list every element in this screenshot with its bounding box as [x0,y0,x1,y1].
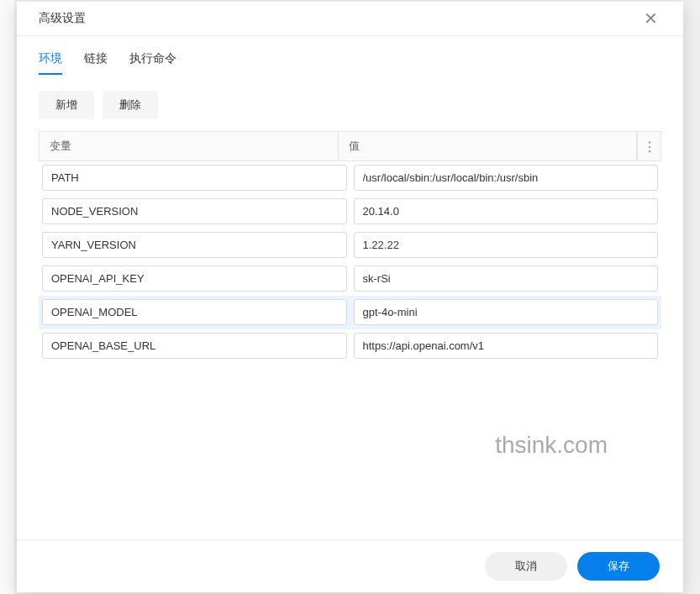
env-vars-grid: 变量 值 ⋯ [17,131,683,363]
tab-links[interactable]: 链接 [84,51,108,75]
add-button[interactable]: 新增 [39,91,94,119]
table-row[interactable] [39,329,661,363]
value-input[interactable] [354,299,659,325]
variable-input[interactable] [42,333,347,359]
value-input[interactable] [354,333,659,359]
column-value[interactable]: 值 [339,132,638,160]
grid-body [39,161,661,363]
column-variable[interactable]: 变量 [39,132,339,160]
delete-button[interactable]: 删除 [103,91,158,119]
table-row[interactable] [39,296,661,329]
variable-input[interactable] [42,299,347,325]
dialog-title: 高级设置 [39,11,86,26]
variable-input[interactable] [42,198,347,224]
dialog-header: 高级设置 ✕ [17,2,683,36]
dialog-body: 环境 链接 执行命令 新增 删除 变量 值 ⋯ [17,36,683,543]
tab-environment[interactable]: 环境 [39,51,62,75]
value-input[interactable] [354,232,659,258]
variable-input[interactable] [42,265,347,292]
variable-input[interactable] [42,232,347,258]
cancel-button[interactable]: 取消 [485,552,567,581]
watermark: thsink.com [495,432,608,459]
table-row[interactable] [39,161,661,195]
table-row[interactable] [39,195,661,229]
save-button[interactable]: 保存 [577,552,660,581]
backdrop-sidebar [0,0,15,594]
table-row[interactable] [39,262,661,296]
grid-header: 变量 值 ⋯ [39,131,661,161]
value-input[interactable] [354,198,659,224]
column-menu-icon[interactable]: ⋯ [637,132,661,160]
dialog-footer: 取消 保存 [17,539,683,592]
tabs: 环境 链接 执行命令 [17,36,683,76]
variable-input[interactable] [42,165,347,191]
value-input[interactable] [354,265,659,292]
grid-toolbar: 新增 删除 [17,76,683,131]
table-row[interactable] [39,229,661,262]
advanced-settings-dialog: 高级设置 ✕ 环境 链接 执行命令 新增 删除 变量 值 ⋯ [17,2,683,592]
close-icon[interactable]: ✕ [640,10,661,27]
value-input[interactable] [354,165,659,191]
tab-exec-command[interactable]: 执行命令 [129,51,176,75]
